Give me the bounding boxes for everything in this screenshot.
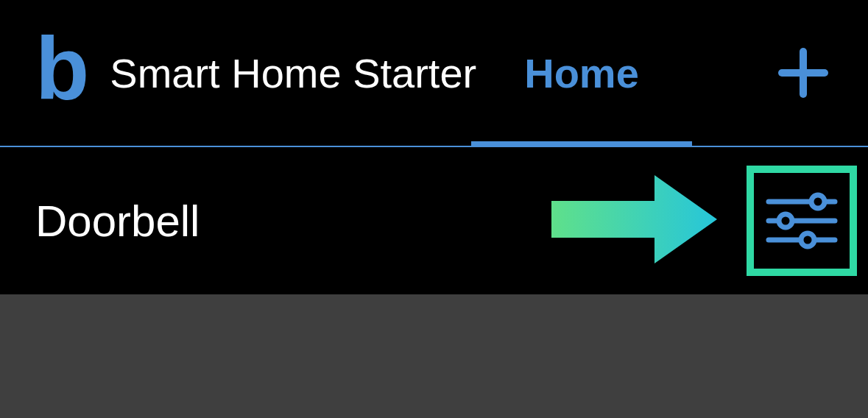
screen: b Smart Home Starter Home Doorbell [0, 0, 868, 418]
svg-point-4 [811, 195, 825, 208]
device-settings-button[interactable] [747, 166, 857, 276]
svg-marker-2 [551, 175, 717, 263]
page-title: Smart Home Starter [110, 49, 476, 97]
annotation-arrow [551, 168, 721, 274]
arrow-right-icon [551, 168, 721, 271]
svg-point-6 [779, 214, 792, 227]
sliders-icon [765, 191, 839, 250]
top-bar: b Smart Home Starter Home [0, 0, 868, 147]
add-button[interactable] [774, 43, 833, 102]
app-logo[interactable]: b [35, 24, 89, 113]
device-label: Doorbell [35, 196, 200, 247]
device-row-doorbell[interactable]: Doorbell [0, 147, 868, 294]
tab-home[interactable]: Home [471, 0, 692, 146]
svg-point-8 [801, 233, 814, 247]
plus-icon [777, 47, 829, 99]
tab-label: Home [524, 49, 639, 97]
